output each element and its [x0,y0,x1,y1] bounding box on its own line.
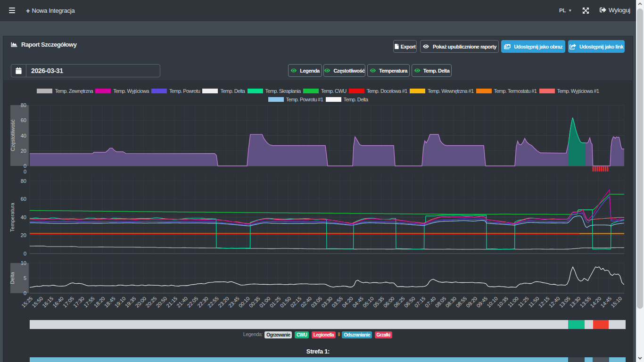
svg-text:10: 10 [21,260,26,266]
svg-text:0: 0 [24,251,26,256]
svg-text:40: 40 [21,214,26,220]
svg-text:5: 5 [24,275,26,281]
svg-text:80: 80 [21,102,26,108]
svg-text:0: 0 [24,163,26,169]
svg-text:60: 60 [21,117,26,123]
svg-text:Delta: Delta [9,272,15,284]
svg-text:40: 40 [21,133,26,139]
svg-text:20: 20 [21,232,26,238]
svg-text:0: 0 [24,290,26,296]
svg-text:60: 60 [21,196,26,202]
svg-text:Częstotliwość: Częstotliwość [10,119,16,151]
svg-text:Temperatura: Temperatura [9,202,15,232]
svg-text:0: 0 [24,169,26,174]
svg-text:20: 20 [21,148,26,154]
svg-text:80: 80 [21,178,26,184]
